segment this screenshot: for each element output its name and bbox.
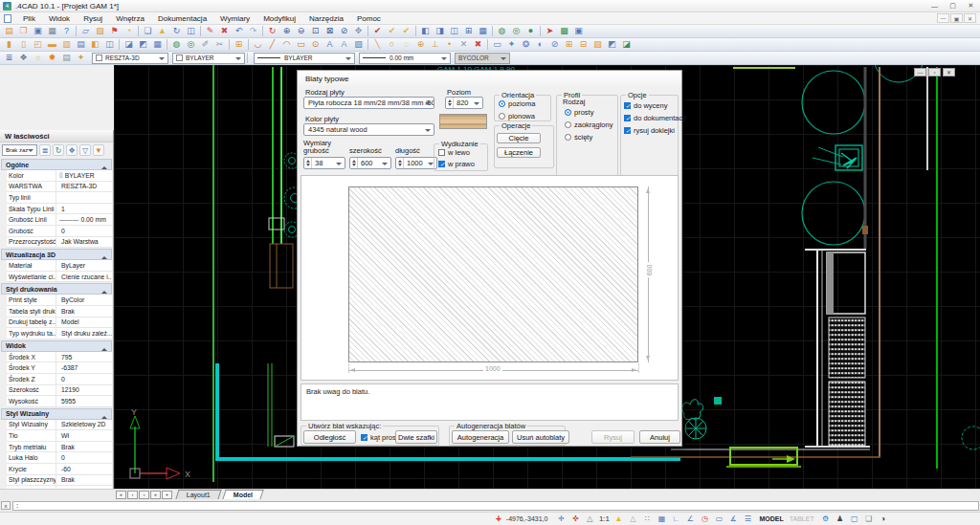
array-path-icon[interactable]: ⊟ [576, 39, 590, 51]
rotate-icon[interactable]: ↻ [169, 26, 184, 37]
layer-states-icon[interactable]: ❖ [16, 53, 31, 64]
distance-button[interactable]: Odległość [303, 430, 356, 444]
menu-plik[interactable]: Plik [16, 12, 42, 25]
prop-warstwa[interactable]: WARSTWA RESZTA-3D [7, 182, 112, 193]
osnap-point-icon[interactable]: • [442, 39, 457, 51]
cut-button[interactable]: Cięcie [497, 133, 541, 143]
dimension-spinner[interactable]: 600 [349, 157, 391, 169]
prop-szerokosc[interactable]: Szerokość 12190 [7, 385, 112, 397]
print-icon[interactable]: ▦ [45, 26, 59, 37]
paper-icon[interactable]: ▭ [713, 514, 724, 524]
section-ogolne[interactable]: Ogólne [1, 159, 112, 170]
prop-tabela-styli[interactable]: Tabela styli druku Brak [7, 306, 112, 317]
mdi-close-button[interactable]: ✕ [964, 13, 976, 23]
tab-last-button[interactable]: » [150, 491, 161, 499]
ortho-icon[interactable]: ∟ [670, 514, 681, 524]
image-icon[interactable]: ▨ [590, 39, 605, 51]
osnap-perp-icon[interactable]: ⊥ [428, 39, 442, 51]
delete-icon[interactable]: ✖ [217, 26, 232, 37]
person-icon[interactable]: ♟ [835, 514, 846, 524]
remove-autotops-button[interactable]: Usuń autoblaty [512, 430, 569, 444]
section-wizualizacja-3d[interactable]: Wizualizacja 3D [1, 249, 112, 260]
cancel-button[interactable]: Anuluj [639, 430, 680, 444]
copy-element-icon[interactable]: ◪ [122, 39, 136, 51]
measure-icon[interactable]: ➤ [543, 26, 557, 37]
tab-next-button[interactable]: › [139, 491, 149, 499]
text-icon[interactable]: A [323, 39, 337, 51]
radio-pionowa[interactable]: pionowa [499, 111, 535, 121]
array-icon[interactable]: ⊞ [562, 39, 576, 51]
walkthrough-icon[interactable]: ◎ [184, 39, 198, 51]
notes-box[interactable]: Brak uwag do blatu. [301, 383, 679, 421]
menu-wymiary[interactable]: Wymiary [213, 12, 256, 25]
viewport-two-icon[interactable]: ◨ [433, 26, 447, 37]
close-button[interactable]: ✕ [962, 0, 980, 11]
prop-kolor[interactable]: Kolor ▯BYLAYER [7, 170, 112, 182]
viewport-rect-icon[interactable]: ▭ [490, 39, 504, 51]
radio-prosty[interactable]: prosty [565, 107, 612, 118]
layer-unlock-icon[interactable]: ✔ [399, 26, 413, 37]
tab-layout1[interactable]: Layout1 [175, 490, 221, 499]
zoom-window-icon[interactable]: ⊡ [308, 26, 323, 37]
osnap-line-icon[interactable]: ╲ [370, 39, 385, 51]
handle-icon[interactable]: ◫ [102, 39, 117, 51]
radio-zaokraglony[interactable]: zaokrąglony [565, 120, 612, 130]
maximize-button[interactable]: ▢ [944, 0, 962, 11]
cabinet-corner-icon[interactable]: ◰ [31, 39, 45, 51]
spinner-arrows[interactable] [396, 158, 404, 168]
chart-icon[interactable]: ◪ [619, 39, 634, 51]
join-button[interactable]: Łączenie [497, 147, 541, 158]
checkbox-do-dokumentacji[interactable]: do dokumentacji [624, 113, 686, 123]
undo-icon[interactable]: ↶ [232, 26, 246, 37]
prop-styl-plaszczyzny[interactable]: Styl płaszczyzny Brak [7, 475, 112, 487]
match-properties-icon[interactable]: ▱ [78, 26, 93, 37]
zoom-out-icon[interactable]: ⊖ [294, 26, 308, 37]
shade-hidden-icon[interactable]: ◎ [509, 26, 523, 37]
dialog-title[interactable]: Blaty typowe [298, 71, 681, 86]
prop-typ-linii[interactable]: Typ linii [7, 192, 112, 204]
tablet-toggle[interactable]: TABLET [790, 515, 814, 522]
shade-solid-icon[interactable]: ● [523, 26, 538, 37]
lines-icon[interactable]: ☰ [742, 514, 753, 524]
prop-srodek-x[interactable]: Środek X 795 [7, 352, 112, 363]
gear-icon[interactable]: ⚙ [820, 514, 832, 524]
grid-dots-icon[interactable]: ∷ [641, 514, 653, 524]
prop-grubosc-linii[interactable]: Grubość Linii ———0.00 mm [7, 214, 112, 226]
viewport-grid-icon[interactable]: ▦ [476, 26, 490, 37]
mdi-restore-button[interactable]: ▣ [950, 13, 963, 23]
prop-material[interactable]: Materiał ByLayer [7, 260, 112, 272]
selection-filter-combo[interactable]: Brak zaz [2, 144, 37, 156]
prop-filter-icon[interactable]: ▽ [79, 144, 91, 156]
zoom-previous-icon[interactable]: ⊘ [337, 26, 351, 37]
grid-lines-icon[interactable]: ▦ [656, 514, 667, 524]
dyn-ucs-icon[interactable]: △ [627, 514, 638, 524]
model-space-toggle[interactable]: MODEL [759, 515, 783, 522]
osnap-none-icon[interactable]: ✕ [457, 39, 471, 51]
rotate-view-icon[interactable]: ❂ [519, 39, 533, 51]
move-icon[interactable]: ◫ [184, 26, 198, 37]
prop-styl-wizualny[interactable]: Styl Wizualny Szkieletowy 2D [7, 420, 112, 431]
child-restore-button[interactable]: ▫ [928, 68, 941, 77]
dimension-spinner[interactable]: 38 [303, 157, 345, 169]
section-styl-wizualny[interactable]: Styl Wizualny [1, 408, 112, 420]
element-list-icon[interactable]: ▦ [150, 39, 165, 51]
checkbox-do-wyceny[interactable]: do wyceny [624, 100, 686, 111]
prop-refresh-icon[interactable]: ↻ [53, 144, 64, 156]
menu-narzedzia[interactable]: Narzędzia [302, 12, 350, 25]
prop-srodek-z[interactable]: Środek Z 0 [7, 374, 112, 385]
command-input[interactable]: : [12, 501, 979, 511]
checkbox-rysuj-doklejki[interactable]: rysuj doklejki [624, 125, 686, 136]
paste-icon[interactable]: ▨ [93, 26, 107, 37]
cargo-icon[interactable]: ▥ [59, 39, 74, 51]
prop-drukuj-tabele[interactable]: Drukuj tabelę z... Model [7, 317, 112, 329]
lock-icon[interactable]: ✦ [74, 53, 88, 64]
clock-icon[interactable]: ◷ [699, 514, 710, 524]
line-icon[interactable]: ╱ [265, 39, 279, 51]
prop-skala-typu[interactable]: Skala Typu Linii 1 [7, 204, 112, 215]
gradient-icon[interactable]: ◩ [605, 39, 619, 51]
dyn-input-icon[interactable]: ▲ [612, 514, 624, 524]
circle-icon[interactable]: ⊙ [308, 39, 323, 51]
radio-pozioma[interactable]: pozioma [499, 98, 535, 109]
freeze-sun-icon[interactable]: ✹ [45, 53, 59, 64]
crosshair-icon[interactable]: ✛ [555, 514, 567, 524]
